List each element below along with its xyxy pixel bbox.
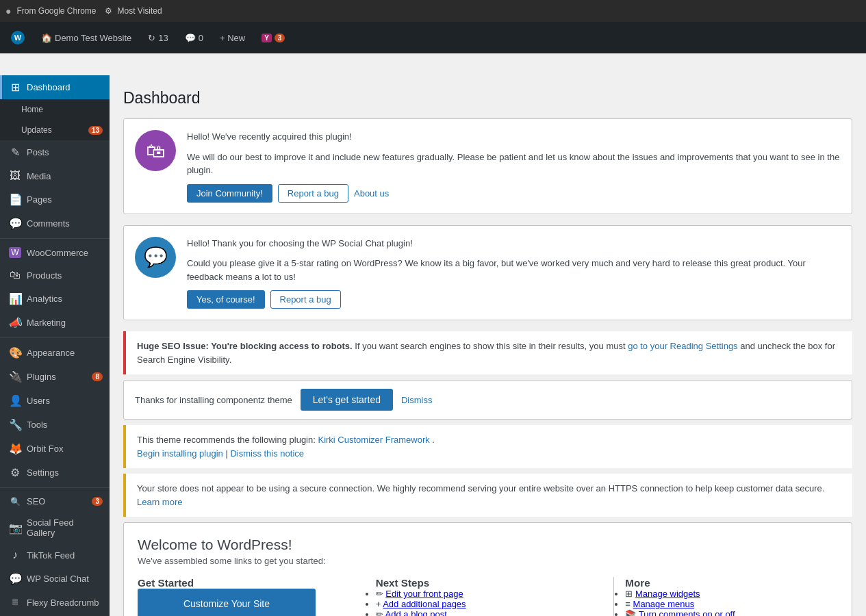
more-heading: More	[625, 577, 838, 589]
notice2-text1: Hello! Thank you for choosing the WP Soc…	[187, 237, 841, 251]
lets-get-started-button[interactable]: Let's get started	[301, 389, 393, 411]
sidebar-item-analytics[interactable]: 📊 Analytics	[0, 287, 110, 311]
notice2-content: Hello! Thank you for choosing the WP Soc…	[187, 237, 841, 309]
next-step-1[interactable]: ✏ Edit your front page	[376, 589, 600, 599]
main-content: Dashboard 🛍 Hello! We've recently acquir…	[110, 75, 866, 616]
more-item-3[interactable]: 📚 Turn comments on or off	[625, 609, 838, 616]
flexy-icon: ≡	[9, 596, 21, 608]
sidebar-label-settings: Settings	[27, 467, 59, 478]
tiktok-icon: ♪	[9, 549, 21, 561]
sidebar-item-products[interactable]: 🛍 Products	[0, 264, 110, 287]
sidebar-item-wp-social[interactable]: 💬 WP Social Chat	[0, 567, 110, 591]
sidebar-item-media[interactable]: 🖼 Media	[0, 164, 110, 188]
site-name-item[interactable]: 🏠 Demo Test Website	[37, 30, 136, 46]
sidebar-label-seo: SEO	[27, 496, 45, 506]
more-item-2[interactable]: ≡ Manage menus	[625, 599, 838, 609]
sidebar-item-tiktok[interactable]: ♪ TikTok Feed	[0, 543, 110, 567]
plugin-acquisition-notice: 🛍 Hello! We've recently acquired this pl…	[123, 118, 852, 214]
plugin-recommendation-notice: This theme recommends the following plug…	[123, 425, 852, 468]
kirki-link[interactable]: Kirki Customizer Framework	[318, 435, 429, 445]
plugin-icon: 🛍	[135, 130, 176, 171]
begin-installing-link[interactable]: Begin installing plugin	[137, 448, 223, 459]
sidebar-label-woocommerce: WooCommerce	[27, 248, 88, 258]
notice2-actions: Yes, of course! Report a bug	[187, 290, 841, 309]
sidebar-divider-3	[0, 487, 110, 488]
join-community-button[interactable]: Join Community!	[187, 184, 272, 203]
orbit-fox-icon: 🦊	[9, 442, 21, 455]
notice1-text1: Hello! We've recently acquired this plug…	[187, 130, 841, 144]
sidebar-label-orbit-fox: Orbit Fox	[27, 444, 63, 454]
about-us-link[interactable]: About us	[354, 184, 389, 203]
updates-icon: ↻	[148, 33, 155, 43]
sidebar-item-comments[interactable]: 💬 Comments	[0, 211, 110, 235]
sidebar-item-settings[interactable]: ⚙ Settings	[0, 461, 110, 485]
posts-icon: ✎	[9, 146, 21, 159]
media-icon: 🖼	[9, 170, 21, 182]
next-step-2[interactable]: + Add additional pages	[376, 599, 600, 609]
sidebar-item-seo[interactable]: 🔍 SEO 3	[0, 491, 110, 512]
sidebar-item-users[interactable]: 👤 Users	[0, 389, 110, 413]
tools-icon: 🔧	[9, 418, 21, 431]
sidebar-item-pages[interactable]: 📄 Pages	[0, 188, 110, 211]
more-link-2[interactable]: Manage menus	[633, 599, 695, 609]
report-bug-button-2[interactable]: Report a bug	[270, 290, 341, 309]
sidebar-item-orbit-fox[interactable]: 🦊 Orbit Fox	[0, 437, 110, 461]
notice1-text2: We will do our best to improve it and in…	[187, 151, 841, 177]
appearance-icon: 🎨	[9, 346, 21, 359]
edit-front-link[interactable]: Edit your front page	[385, 589, 463, 599]
sidebar-item-posts[interactable]: ✎ Posts	[0, 140, 110, 164]
more-link-1[interactable]: Manage widgets	[635, 589, 700, 599]
sidebar-label-social-feed: Social Feed Gallery	[27, 517, 103, 538]
customize-site-button[interactable]: Customize Your Site	[138, 589, 316, 616]
sidebar-item-plugins[interactable]: 🔌 Plugins 8	[0, 365, 110, 389]
sidebar-label-dashboard: Dashboard	[27, 82, 71, 92]
seo-icon: 🔍	[9, 497, 21, 506]
sidebar-item-updates[interactable]: Updates 13	[0, 120, 110, 140]
yoast-item[interactable]: Y 3	[257, 31, 289, 45]
plugins-badge: 8	[92, 372, 103, 381]
sidebar-submenu-dashboard: Home Updates 13	[0, 99, 110, 140]
add-post-link[interactable]: Add a blog post	[385, 609, 447, 616]
sidebar-item-appearance[interactable]: 🎨 Appearance	[0, 341, 110, 365]
sidebar-item-woocommerce[interactable]: W WooCommerce	[0, 242, 110, 264]
store-security-notice: Your store does not appear to be using a…	[123, 474, 852, 517]
sidebar-item-flexy[interactable]: ≡ Flexy Breadcrumb	[0, 591, 110, 614]
page-title: Dashboard	[123, 89, 852, 107]
sidebar-label-tiktok: TikTok Feed	[27, 550, 75, 561]
sidebar-item-tools[interactable]: 🔧 Tools	[0, 413, 110, 437]
updates-item[interactable]: ↻ 13	[144, 30, 172, 46]
report-bug-button-1[interactable]: Report a bug	[278, 184, 348, 203]
plugin-rec-text2: .	[432, 435, 435, 445]
sidebar-item-marketing[interactable]: 📣 Marketing	[0, 311, 110, 335]
products-icon: 🛍	[9, 269, 21, 281]
welcome-subtitle: We've assembled some links to get you st…	[138, 556, 838, 566]
sidebar-item-social-feed[interactable]: 📷 Social Feed Gallery	[0, 512, 110, 543]
dismiss-plugin-link[interactable]: Dismiss this notice	[230, 448, 304, 459]
wp-social-icon: 💬	[9, 572, 21, 585]
seo-error-strong: Huge SEO Issue: You're blocking access t…	[137, 341, 353, 351]
plugins-icon: 🔌	[9, 370, 21, 383]
more-icon-2: ≡	[625, 599, 631, 609]
get-started-column: Get Started Customize Your Site or, chan…	[138, 577, 362, 616]
chrome-icon: ●	[5, 5, 11, 16]
new-item[interactable]: + New	[216, 30, 249, 46]
marketing-icon: 📣	[9, 316, 21, 329]
seo-notice-text2: If you want search engines to show this …	[355, 341, 628, 351]
notice1-actions: Join Community! Report a bug About us	[187, 184, 841, 203]
sidebar-item-dashboard[interactable]: ⊞ Dashboard	[0, 75, 110, 99]
comments-item[interactable]: 💬 0	[181, 30, 207, 46]
more-item-1[interactable]: ⊞ Manage widgets	[625, 589, 838, 599]
more-link-3[interactable]: Turn comments on or off	[639, 609, 735, 616]
browser-bar-text: From Google Chrome	[16, 6, 96, 16]
learn-more-link[interactable]: Learn more	[137, 497, 182, 507]
add-pages-link[interactable]: Add additional pages	[383, 599, 466, 609]
sidebar-menu: ⊞ Dashboard Home Updates 13 ✎ Posts 🖼 Me…	[0, 75, 110, 614]
next-step-3[interactable]: ✏ Add a blog post	[376, 609, 600, 616]
reading-settings-link[interactable]: go to your Reading Settings	[628, 341, 737, 351]
seo-badge: 3	[92, 497, 103, 506]
yes-of-course-button[interactable]: Yes, of course!	[187, 290, 265, 309]
sidebar-item-home[interactable]: Home	[0, 99, 110, 120]
wp-logo-item[interactable]: W	[7, 28, 29, 47]
admin-bar: W 🏠 Demo Test Website ↻ 13 💬 0 + New Y 3	[0, 22, 866, 53]
dismiss-theme-link[interactable]: Dismiss	[401, 391, 433, 409]
